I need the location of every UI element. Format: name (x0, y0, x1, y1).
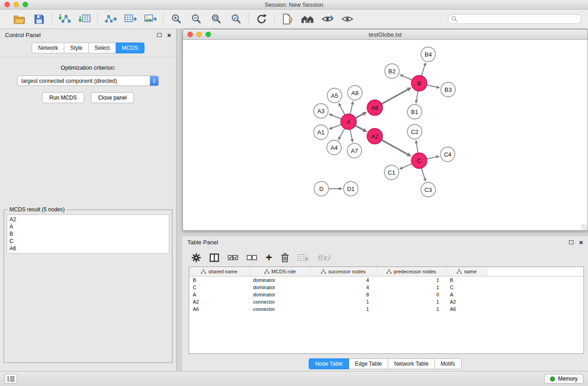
table-row[interactable]: Adominator80A (189, 291, 583, 298)
open-session-button[interactable] (12, 12, 26, 26)
cell-name[interactable]: A2 (446, 298, 487, 305)
close-window-button[interactable] (5, 2, 10, 7)
cell-MCDS-role[interactable]: connector (249, 305, 311, 313)
export-table-button[interactable] (123, 12, 138, 26)
cell-predecessor-nodes[interactable]: 1 (376, 276, 446, 284)
zoom-network-window-button[interactable] (206, 32, 211, 37)
run-mcds-button[interactable]: Run MCDS (42, 92, 84, 103)
delete-button[interactable] (281, 251, 289, 264)
cell-shared-name[interactable]: C (189, 284, 249, 291)
minimize-window-button[interactable] (14, 2, 19, 7)
column-header-predecessor-nodes[interactable]: predecessor nodes (376, 267, 446, 276)
table-settings-button[interactable] (191, 251, 201, 264)
import-table-button[interactable] (77, 12, 92, 26)
cell-MCDS-role[interactable]: connector (249, 298, 311, 305)
tab-motifs[interactable]: Motifs (435, 358, 462, 369)
mcds-result-item[interactable]: A2 (10, 216, 167, 223)
table-row[interactable]: Cdominator41C (189, 284, 583, 291)
mcds-result-item[interactable]: A6 (10, 245, 167, 252)
cell-predecessor-nodes[interactable]: 1 (376, 298, 446, 305)
cell-name[interactable]: A (446, 291, 487, 298)
zoom-in-button[interactable] (169, 12, 183, 26)
save-session-button[interactable] (32, 12, 46, 26)
network-graph[interactable]: B4B2BB3A5A8A6B1A3AA1C2A2A4A7C4CC1C3DD1 (183, 40, 588, 230)
resize-grip[interactable] (582, 224, 587, 230)
graph-edge-A-A7[interactable] (350, 129, 352, 139)
cell-shared-name[interactable]: A6 (189, 305, 249, 313)
table-row[interactable]: Bdominator41B (189, 276, 583, 284)
mcds-result-item[interactable]: C (10, 238, 167, 245)
graph-edge-A-A3[interactable] (332, 115, 341, 119)
graph-edge-A-A2[interactable] (355, 125, 363, 130)
graph-edge-A-A8[interactable] (350, 104, 353, 114)
mcds-result-item[interactable]: B (10, 230, 167, 238)
search-input[interactable] (448, 14, 582, 24)
float-table-panel-icon[interactable] (569, 240, 574, 244)
tab-mcds[interactable]: MCDS (116, 43, 144, 53)
graph-edge-C-C1[interactable] (402, 164, 412, 168)
column-header-shared-name[interactable]: shared name (189, 267, 249, 276)
cell-successor-nodes[interactable]: 1 (311, 298, 376, 305)
zoom-fit-button[interactable] (209, 12, 223, 26)
graph-edge-B-B3[interactable] (427, 85, 437, 87)
graph-edge-A-A5[interactable] (340, 106, 345, 115)
select-all-button[interactable] (228, 251, 238, 264)
function-builder-button[interactable]: f(x) (317, 251, 330, 264)
show-details-button[interactable] (340, 12, 354, 26)
mcds-result-item[interactable]: A (10, 223, 167, 230)
cell-MCDS-role[interactable]: dominator (249, 276, 311, 284)
graph-edge-A6-B[interactable] (382, 90, 408, 104)
network-canvas[interactable]: B4B2BB3A5A8A6B1A3AA1C2A2A4A7C4CC1C3DD1 (183, 40, 588, 230)
graph-edge-A-A4[interactable] (340, 129, 345, 138)
table-row[interactable]: A6connector11A6 (189, 305, 583, 313)
cell-successor-nodes[interactable]: 4 (311, 284, 376, 291)
tab-select[interactable]: Select (89, 43, 116, 53)
close-table-panel-icon[interactable]: × (579, 239, 583, 246)
close-network-window-button[interactable] (187, 32, 193, 37)
show-columns-button[interactable] (210, 251, 219, 264)
tab-node-table[interactable]: Node Table (309, 358, 349, 369)
export-network-button[interactable] (103, 12, 118, 26)
graph-edge-B-B1[interactable] (416, 91, 418, 100)
graph-edge-A2-C[interactable] (382, 140, 408, 154)
graph-edge-C-C2[interactable] (416, 143, 418, 153)
cell-shared-name[interactable]: B (189, 276, 249, 284)
optimization-dropdown[interactable]: largest connected component (directed) ▲… (17, 76, 159, 86)
cell-name[interactable]: B (446, 276, 487, 284)
column-header-successor-nodes[interactable]: successor nodes (311, 267, 376, 276)
cell-name[interactable]: C (446, 284, 487, 291)
hide-details-button[interactable] (320, 12, 335, 26)
show-panels-button[interactable] (5, 374, 17, 384)
zoom-selected-button[interactable] (229, 12, 243, 26)
graph-edge-A-A6[interactable] (355, 114, 363, 118)
deselect-all-button[interactable] (247, 251, 257, 264)
cell-successor-nodes[interactable]: 4 (311, 276, 376, 284)
graph-edge-A-A1[interactable] (332, 124, 341, 128)
cell-predecessor-nodes[interactable]: 0 (376, 291, 446, 298)
cell-MCDS-role[interactable]: dominator (249, 291, 311, 298)
close-panel-button[interactable]: Close panel (91, 92, 134, 103)
graph-edge-B-B4[interactable] (421, 66, 425, 76)
cell-predecessor-nodes[interactable]: 1 (376, 284, 446, 291)
zoom-window-button[interactable] (23, 2, 28, 7)
float-panel-icon[interactable] (157, 33, 162, 37)
column-header-name[interactable]: name (446, 267, 487, 276)
cell-predecessor-nodes[interactable]: 1 (376, 305, 446, 313)
refresh-view-button[interactable] (254, 12, 269, 26)
column-header-MCDS-role[interactable]: MCDS role (249, 267, 311, 276)
mcds-result-list[interactable]: A2ABCA6 (7, 214, 169, 253)
zoom-out-button[interactable] (189, 12, 203, 26)
table-row[interactable]: A2connector11A2 (189, 298, 583, 305)
add-button[interactable]: + (266, 251, 272, 264)
cell-shared-name[interactable]: A (189, 291, 249, 298)
tab-network[interactable]: Network (32, 43, 64, 53)
cell-shared-name[interactable]: A2 (189, 298, 249, 305)
tab-edge-table[interactable]: Edge Table (349, 358, 388, 369)
close-panel-icon[interactable]: × (167, 32, 171, 38)
delete-table-button[interactable] (298, 251, 309, 264)
cell-MCDS-role[interactable]: dominator (249, 284, 311, 291)
tab-network-table[interactable]: Network Table (388, 358, 435, 369)
import-network-button[interactable] (57, 12, 72, 26)
minimize-network-window-button[interactable] (196, 32, 202, 37)
cell-successor-nodes[interactable]: 8 (311, 291, 376, 298)
